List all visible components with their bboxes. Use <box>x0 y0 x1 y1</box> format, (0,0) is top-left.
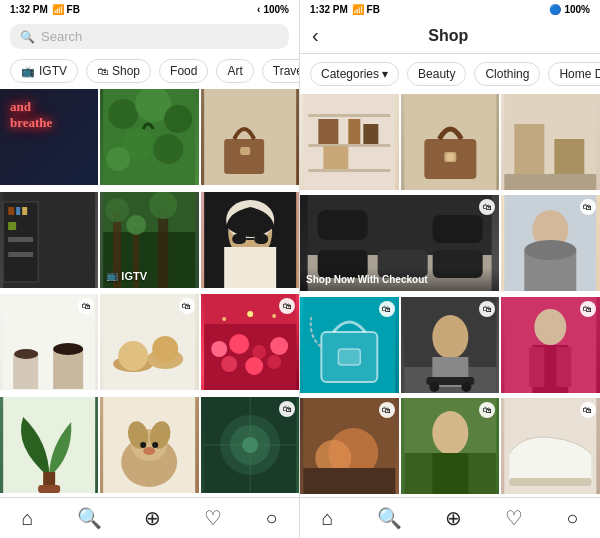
chevron-down-icon: ▾ <box>382 67 388 81</box>
svg-point-121 <box>432 411 468 455</box>
nav-heart[interactable]: ♡ <box>204 506 222 530</box>
beauty-filter[interactable]: Beauty <box>407 62 466 86</box>
plant-visual <box>0 397 98 493</box>
nav-plus[interactable]: ⊕ <box>144 506 161 530</box>
bag2-visual <box>401 94 500 190</box>
right-bluetooth: 🔵 <box>549 4 561 15</box>
grid-cell-2[interactable] <box>100 89 198 185</box>
right-panel: 1:32 PM 📶 FB 🔵 100% ‹ Shop Categories ▾ … <box>300 0 600 538</box>
shop-title: Shop <box>329 27 568 45</box>
r-grid-cell-13[interactable]: 🛍 <box>501 398 600 494</box>
svg-point-83 <box>446 153 454 161</box>
svg-rect-44 <box>204 324 296 390</box>
svg-point-46 <box>229 334 249 354</box>
svg-rect-77 <box>348 119 360 144</box>
room-visual <box>0 192 98 288</box>
clothing-filter[interactable]: Clothing <box>474 62 540 86</box>
fashion-visual <box>201 192 299 288</box>
svg-point-3 <box>164 105 192 133</box>
tab-travel-label: Travel <box>273 64 299 78</box>
tab-food[interactable]: Food <box>159 59 208 83</box>
svg-point-64 <box>152 442 158 448</box>
right-battery: 100% <box>564 4 590 15</box>
svg-point-42 <box>152 336 178 362</box>
svg-rect-78 <box>363 124 378 144</box>
right-time: 1:32 PM <box>310 4 348 15</box>
left-grid: andbreathe <box>0 89 299 497</box>
grid-cell-9[interactable]: 🛍 <box>201 294 299 390</box>
grid-cell-11[interactable] <box>100 397 198 493</box>
shop-badge-9: 🛍 <box>279 298 295 314</box>
grid-cell-1[interactable]: andbreathe <box>0 89 98 185</box>
svg-point-5 <box>153 134 183 164</box>
svg-rect-102 <box>338 349 360 365</box>
r-nav-profile[interactable]: ○ <box>566 507 578 530</box>
r-grid-cell-9[interactable]: 🛍 <box>401 297 500 393</box>
grid-cell-12[interactable]: 🛍 <box>201 397 299 493</box>
svg-rect-24 <box>158 207 168 288</box>
svg-rect-15 <box>8 222 16 230</box>
svg-rect-94 <box>433 215 483 243</box>
left-bluetooth: ‹ <box>257 4 260 15</box>
r-grid-cell-7[interactable]: 🛍 <box>300 297 399 393</box>
search-bar: 🔍 Search <box>0 18 299 55</box>
svg-rect-31 <box>254 234 268 244</box>
r-grid-cell-2[interactable] <box>401 94 500 190</box>
search-input-wrap[interactable]: 🔍 Search <box>10 24 289 49</box>
nav-profile[interactable]: ○ <box>265 507 277 530</box>
grid-cell-3[interactable] <box>201 89 299 185</box>
svg-rect-16 <box>8 237 33 242</box>
grid-cell-7[interactable]: 🛍 <box>0 294 98 390</box>
svg-rect-118 <box>303 468 395 494</box>
r-grid-cell-10[interactable]: 🛍 <box>501 297 600 393</box>
svg-point-6 <box>106 147 130 171</box>
svg-point-105 <box>432 315 468 359</box>
svg-point-41 <box>118 341 148 371</box>
svg-rect-13 <box>16 207 20 215</box>
tab-art[interactable]: Art <box>216 59 253 83</box>
r-nav-search[interactable]: 🔍 <box>377 506 402 530</box>
r-nav-home[interactable]: ⌂ <box>322 507 334 530</box>
r-grid-cell-3[interactable] <box>501 94 600 190</box>
grid-cell-10[interactable] <box>0 397 98 493</box>
back-button[interactable]: ‹ <box>312 24 319 47</box>
home-decor-filter[interactable]: Home Decor <box>548 62 600 86</box>
svg-rect-9 <box>240 147 250 155</box>
svg-rect-28 <box>224 247 276 288</box>
r-grid-cell-12[interactable]: 🛍 <box>401 398 500 494</box>
r-nav-plus[interactable]: ⊕ <box>445 506 462 530</box>
r-grid-cell-5[interactable]: 🛍 <box>501 195 600 291</box>
svg-point-108 <box>429 382 439 392</box>
shop-badge-11r: 🛍 <box>379 402 395 418</box>
svg-point-54 <box>272 314 276 318</box>
right-categories: Categories ▾ Beauty Clothing Home Decor <box>300 54 600 94</box>
tab-igtv[interactable]: 📺 IGTV <box>10 59 78 83</box>
shop-badge-8: 🛍 <box>179 298 195 314</box>
categories-dropdown[interactable]: Categories ▾ <box>310 62 399 86</box>
grid-cell-5[interactable]: 📺 IGTV <box>100 192 198 288</box>
right-bottom-nav: ⌂ 🔍 ⊕ ♡ ○ <box>300 497 600 538</box>
svg-point-37 <box>53 343 83 355</box>
tab-shop-label: Shop <box>112 64 140 78</box>
svg-rect-91 <box>378 210 428 240</box>
grid-cell-4[interactable] <box>0 192 98 288</box>
neon-text: andbreathe <box>10 99 88 130</box>
svg-rect-73 <box>308 114 390 117</box>
featured-label: Shop Now With Checkout <box>306 274 428 285</box>
r-nav-heart[interactable]: ♡ <box>505 506 523 530</box>
tab-travel[interactable]: Travel <box>262 59 299 83</box>
nav-search[interactable]: 🔍 <box>77 506 102 530</box>
r-grid-cell-11[interactable]: 🛍 <box>300 398 399 494</box>
svg-rect-90 <box>318 210 368 240</box>
nav-home[interactable]: ⌂ <box>21 507 33 530</box>
svg-rect-75 <box>308 169 390 172</box>
grid-cell-8[interactable]: 🛍 <box>100 294 198 390</box>
left-bottom-nav: ⌂ 🔍 ⊕ ♡ ○ <box>0 497 299 538</box>
r-grid-featured[interactable]: Shop Now With Checkout 🛍 <box>300 195 499 291</box>
grid-cell-6[interactable] <box>201 192 299 288</box>
svg-point-36 <box>14 349 38 359</box>
tab-shop[interactable]: 🛍 Shop <box>86 59 151 83</box>
trees-visual <box>100 89 198 185</box>
r-grid-cell-1[interactable] <box>300 94 399 190</box>
categories-label: Categories <box>321 67 379 81</box>
